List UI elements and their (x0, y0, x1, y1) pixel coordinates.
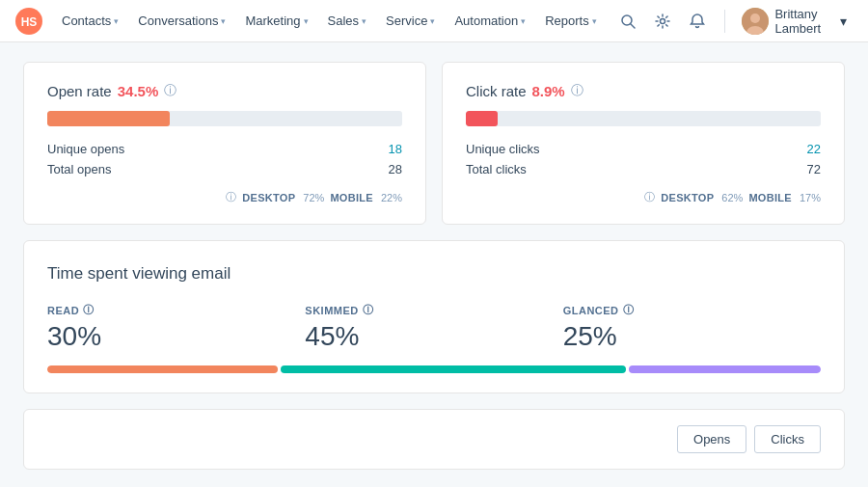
skimmed-value: 45% (305, 321, 562, 352)
user-name: Brittany Lambert (774, 7, 834, 36)
chevron-icon: ▾ (221, 16, 226, 26)
nav-marketing[interactable]: Marketing ▾ (237, 8, 315, 34)
unique-clicks-value[interactable]: 22 (807, 142, 821, 156)
click-mobile-percent: 17% (800, 192, 821, 203)
click-desktop-percent: 62% (721, 192, 743, 203)
total-clicks-row: Total clicks 72 (466, 162, 821, 176)
total-opens-row: Total opens 28 (47, 162, 402, 176)
time-stats-row: READ ⓘ 30% SKIMMED ⓘ 45% GLANCED ⓘ 25% (47, 303, 821, 352)
read-stat: READ ⓘ 30% (47, 303, 305, 352)
click-rate-progress-fill (466, 111, 498, 126)
footer-info-icon-click: ⓘ (644, 190, 655, 204)
chevron-icon: ▾ (430, 16, 435, 26)
read-label: READ ⓘ (47, 303, 305, 317)
skimmed-info-icon[interactable]: ⓘ (363, 303, 374, 317)
nav-reports[interactable]: Reports ▾ (537, 8, 605, 34)
open-rate-title: Open rate 34.5% ⓘ (47, 82, 402, 99)
glanced-label: GLANCED ⓘ (563, 303, 821, 317)
chevron-icon: ▾ (592, 16, 597, 26)
chevron-icon: ▾ (521, 16, 526, 26)
svg-point-4 (660, 18, 665, 23)
glanced-bar (629, 365, 821, 373)
nav-divider (724, 10, 725, 33)
user-chevron-icon: ▾ (840, 14, 847, 29)
unique-opens-row: Unique opens 18 (47, 142, 402, 156)
chevron-icon: ▾ (304, 16, 309, 26)
time-bar-track (47, 365, 821, 373)
glanced-value: 25% (563, 321, 821, 352)
nav-conversations[interactable]: Conversations ▾ (130, 8, 233, 34)
svg-text:HS: HS (21, 15, 38, 29)
glanced-info-icon[interactable]: ⓘ (623, 303, 635, 317)
open-rate-card: Open rate 34.5% ⓘ Unique opens 18 Total … (23, 62, 426, 225)
clicks-button[interactable]: Clicks (754, 425, 821, 453)
read-bar (47, 365, 278, 373)
time-spent-card: Time spent viewing email READ ⓘ 30% SKIM… (23, 240, 845, 393)
svg-point-6 (750, 14, 760, 23)
read-info-icon[interactable]: ⓘ (83, 303, 95, 317)
svg-line-3 (631, 24, 635, 28)
main-content: Open rate 34.5% ⓘ Unique opens 18 Total … (0, 42, 868, 487)
chevron-icon: ▾ (114, 16, 119, 26)
open-rate-info-icon[interactable]: ⓘ (164, 82, 176, 99)
chevron-icon: ▾ (362, 16, 366, 26)
total-opens-value: 28 (389, 162, 402, 176)
search-button[interactable] (612, 6, 643, 37)
read-value: 30% (47, 321, 305, 352)
total-clicks-value: 72 (807, 162, 821, 176)
skimmed-stat: SKIMMED ⓘ 45% (305, 303, 562, 352)
click-rate-info-icon[interactable]: ⓘ (571, 82, 583, 99)
avatar (742, 8, 769, 35)
footer-info-icon: ⓘ (226, 190, 236, 204)
opens-button[interactable]: Opens (677, 425, 746, 453)
settings-button[interactable] (647, 6, 678, 37)
open-rate-progress-track (47, 111, 402, 126)
click-rate-value: 8.9% (532, 83, 565, 99)
unique-clicks-row: Unique clicks 22 (466, 142, 821, 156)
click-rate-card: Click rate 8.9% ⓘ Unique clicks 22 Total… (442, 62, 845, 225)
navigation: HS Contacts ▾ Conversations ▾ Marketing … (0, 0, 868, 42)
desktop-percent: 72% (303, 192, 324, 203)
nav-service[interactable]: Service ▾ (378, 8, 443, 34)
open-rate-progress-fill (47, 111, 170, 126)
bottom-card: Opens Clicks (23, 409, 845, 470)
notifications-button[interactable] (682, 6, 713, 37)
nav-automation[interactable]: Automation ▾ (447, 8, 533, 34)
mobile-percent: 22% (381, 192, 402, 203)
user-menu[interactable]: Brittany Lambert ▾ (736, 3, 853, 40)
nav-contacts[interactable]: Contacts ▾ (54, 8, 126, 34)
click-rate-footer: ⓘ DESKTOP 62% MOBILE 17% (466, 190, 821, 204)
hubspot-logo[interactable]: HS (15, 8, 42, 35)
click-rate-progress-track (466, 111, 821, 126)
unique-opens-value[interactable]: 18 (389, 142, 402, 156)
skimmed-label: SKIMMED ⓘ (305, 303, 562, 317)
nav-icon-group (612, 6, 713, 37)
click-rate-title: Click rate 8.9% ⓘ (466, 82, 821, 99)
time-spent-title: Time spent viewing email (47, 264, 821, 284)
skimmed-bar (281, 365, 627, 373)
open-rate-value: 34.5% (118, 83, 159, 99)
glanced-stat: GLANCED ⓘ 25% (563, 303, 821, 352)
open-rate-footer: ⓘ DESKTOP 72% MOBILE 22% (47, 190, 402, 204)
metrics-cards-row: Open rate 34.5% ⓘ Unique opens 18 Total … (23, 62, 845, 225)
nav-sales[interactable]: Sales ▾ (320, 8, 375, 34)
